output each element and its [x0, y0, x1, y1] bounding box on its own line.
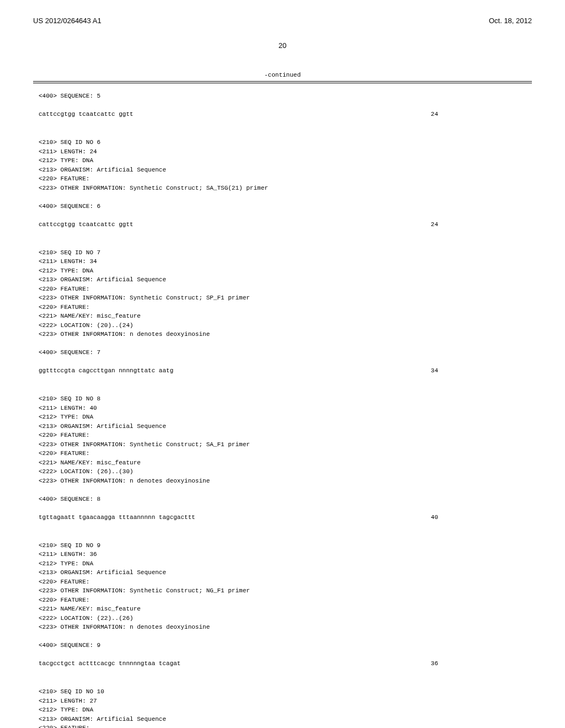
seq-header-line: <213> ORGANISM: Artificial Sequence	[39, 422, 526, 431]
seq-header-line: <400> SEQUENCE: 7	[39, 348, 526, 357]
seq-text: ggtttccgta cagccttgan nnnngttatc aatg	[39, 366, 173, 376]
seq-text: cattccgtgg tcaatcattc ggtt	[39, 220, 134, 229]
seq-header-line: <223> OTHER INFORMATION: Synthetic Const…	[39, 440, 526, 449]
sequence-listing: <400> SEQUENCE: 5 cattccgtgg tcaatcattc …	[33, 83, 532, 728]
seq-length: 24	[431, 110, 526, 119]
seq-header-line: <222> LOCATION: (22)..(26)	[39, 614, 526, 623]
seq-header-line: <212> TYPE: DNA	[39, 559, 526, 569]
seq-header-line: <211> LENGTH: 40	[39, 404, 526, 413]
seq-header-line: <210> SEQ ID NO 9	[39, 541, 526, 550]
page-number: 20	[33, 41, 532, 50]
seq-header-line: <223> OTHER INFORMATION: n denotes deoxy…	[39, 330, 526, 339]
continued-label: -continued	[33, 72, 532, 78]
sequence-entry: <210> SEQ ID NO 7 <211> LENGTH: 34 <212>…	[39, 239, 526, 376]
sequence-entry: <400> SEQUENCE: 5 cattccgtgg tcaatcattc …	[39, 92, 526, 119]
seq-text: tgttagaatt tgaacaagga tttaannnnn tagcgac…	[39, 513, 195, 522]
seq-header-line: <211> LENGTH: 27	[39, 697, 526, 706]
seq-header-line: <212> TYPE: DNA	[39, 156, 526, 165]
seq-header-line: <221> NAME/KEY: misc_feature	[39, 604, 526, 614]
seq-header-line: <222> LOCATION: (20)..(24)	[39, 321, 526, 330]
seq-header-line: <210> SEQ ID NO 10	[39, 687, 526, 697]
seq-header-line: <220> FEATURE:	[39, 285, 526, 294]
seq-header-line: <220> FEATURE:	[39, 449, 526, 458]
seq-header-line: <211> LENGTH: 36	[39, 550, 526, 559]
page-header: US 2012/0264643 A1 Oct. 18, 2012	[33, 17, 532, 25]
seq-header-line: <400> SEQUENCE: 8	[39, 495, 526, 504]
seq-header-line: <212> TYPE: DNA	[39, 413, 526, 422]
seq-header-line: <220> FEATURE:	[39, 174, 526, 184]
seq-header-line: <212> TYPE: DNA	[39, 705, 526, 715]
seq-header-line: <221> NAME/KEY: misc_feature	[39, 458, 526, 468]
seq-length: 24	[431, 220, 526, 229]
seq-header-line: <220> FEATURE:	[39, 724, 526, 728]
seq-length: 40	[431, 513, 526, 522]
seq-text: tacgcctgct actttcacgc tnnnnngtaa tcagat	[39, 659, 180, 668]
seq-header-line: <220> FEATURE:	[39, 431, 526, 440]
seq-header-line: <210> SEQ ID NO 6	[39, 138, 526, 147]
seq-header-line: <210> SEQ ID NO 7	[39, 248, 526, 258]
seq-header-line: <221> NAME/KEY: misc_feature	[39, 312, 526, 321]
seq-header-line: <213> ORGANISM: Artificial Sequence	[39, 165, 526, 175]
publication-number: US 2012/0264643 A1	[33, 17, 102, 25]
sequence-entry: <210> SEQ ID NO 9 <211> LENGTH: 36 <212>…	[39, 532, 526, 668]
seq-header-line: <213> ORGANISM: Artificial Sequence	[39, 275, 526, 285]
seq-length: 36	[431, 659, 526, 668]
sequence-entry: <210> SEQ ID NO 6 <211> LENGTH: 24 <212>…	[39, 129, 526, 229]
sequence-entry: <210> SEQ ID NO 10 <211> LENGTH: 27 <212…	[39, 678, 526, 729]
seq-header-line: <220> FEATURE:	[39, 596, 526, 605]
seq-header-line: <212> TYPE: DNA	[39, 266, 526, 276]
seq-header-line: <400> SEQUENCE: 6	[39, 202, 526, 211]
seq-header-line: <210> SEQ ID NO 8	[39, 394, 526, 404]
seq-header-line: <222> LOCATION: (26)..(30)	[39, 467, 526, 477]
seq-header-line: <213> ORGANISM: Artificial Sequence	[39, 715, 526, 724]
seq-header-line: <223> OTHER INFORMATION: Synthetic Const…	[39, 586, 526, 596]
publication-date: Oct. 18, 2012	[489, 17, 532, 25]
seq-text: cattccgtgg tcaatcattc ggtt	[39, 110, 134, 119]
seq-header-line: <211> LENGTH: 34	[39, 257, 526, 266]
seq-header-line: <223> OTHER INFORMATION: Synthetic Const…	[39, 184, 526, 193]
seq-header-line: <400> SEQUENCE: 9	[39, 641, 526, 650]
seq-header-line: <223> OTHER INFORMATION: n denotes deoxy…	[39, 477, 526, 486]
seq-header-line: <400> SEQUENCE: 5	[39, 92, 526, 101]
seq-header-line: <223> OTHER INFORMATION: n denotes deoxy…	[39, 623, 526, 632]
sequence-entry: <210> SEQ ID NO 8 <211> LENGTH: 40 <212>…	[39, 386, 526, 522]
seq-header-line: <223> OTHER INFORMATION: Synthetic Const…	[39, 293, 526, 303]
seq-length: 34	[431, 366, 526, 376]
seq-header-line: <220> FEATURE:	[39, 303, 526, 312]
seq-header-line: <211> LENGTH: 24	[39, 147, 526, 157]
seq-header-line: <213> ORGANISM: Artificial Sequence	[39, 568, 526, 577]
seq-header-line: <220> FEATURE:	[39, 577, 526, 587]
